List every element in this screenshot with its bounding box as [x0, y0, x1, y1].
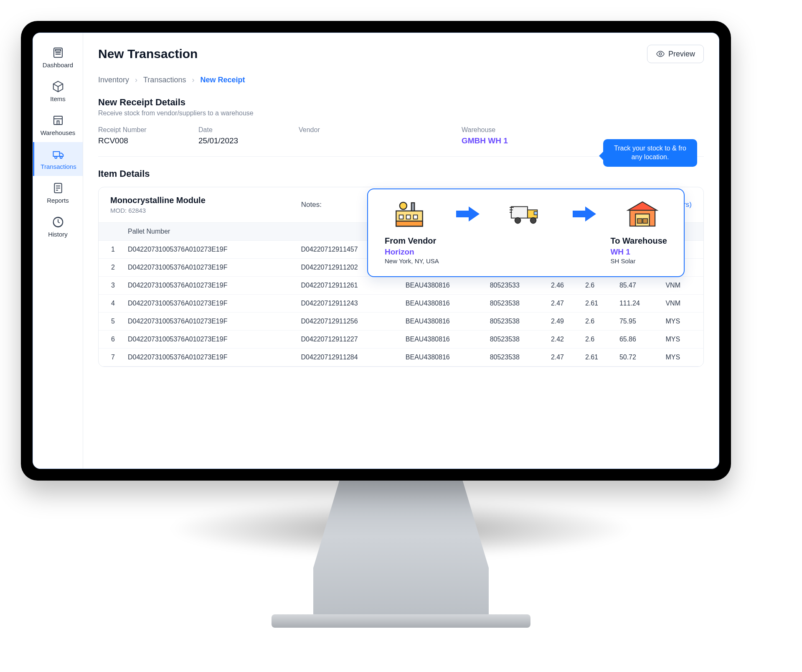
- warehouse-icon: [52, 114, 64, 127]
- app-screen: Dashboard Items Warehouses Transactions …: [33, 33, 719, 469]
- svg-rect-18: [396, 221, 422, 226]
- cell-b: BEAU4380816: [401, 313, 486, 331]
- product-sku: MOD: 62843: [110, 207, 206, 214]
- report-icon: [52, 182, 64, 194]
- svg-rect-23: [411, 203, 414, 211]
- cell-pallet: D04220731005376A010273E19F: [124, 241, 297, 259]
- sidebar-item-reports[interactable]: Reports: [33, 176, 83, 210]
- to-warehouse-name[interactable]: WH 1: [610, 247, 667, 257]
- cell-pallet: D04220731005376A010273E19F: [124, 295, 297, 313]
- from-vendor-name[interactable]: Horizon: [385, 247, 439, 257]
- cell-b: BEAU4380816: [401, 295, 486, 313]
- cell-e: 2.61: [581, 349, 615, 367]
- svg-rect-5: [54, 116, 62, 125]
- sidebar-item-dashboard[interactable]: Dashboard: [33, 41, 83, 74]
- cell-e: 2.6: [581, 277, 615, 295]
- table-row[interactable]: 4D04220731005376A010273E19FD042207129112…: [99, 295, 703, 313]
- cell-origin: MYS: [661, 331, 703, 349]
- preview-button[interactable]: Preview: [647, 45, 704, 63]
- factory-icon: [393, 199, 426, 229]
- cell-n: 2: [99, 259, 124, 277]
- arrow-right-icon: [572, 205, 597, 223]
- cell-c: 80523538: [486, 331, 547, 349]
- chevron-right-icon: ›: [192, 76, 194, 84]
- col-index: [99, 223, 124, 241]
- cell-n: 1: [99, 241, 124, 259]
- cell-e: 2.6: [581, 313, 615, 331]
- crumb-transactions[interactable]: Transactions: [143, 76, 186, 84]
- svg-marker-32: [628, 202, 657, 210]
- sidebar-item-label: Transactions: [41, 163, 76, 170]
- svg-point-22: [400, 202, 407, 209]
- info-tooltip: Track your stock to & fro any location.: [603, 139, 697, 167]
- crumb-inventory[interactable]: Inventory: [98, 76, 129, 84]
- cell-n: 6: [99, 331, 124, 349]
- item-details-title: Item Details: [98, 168, 704, 179]
- cell-a: D04220712911284: [297, 349, 401, 367]
- cell-lc: 85.47: [615, 277, 662, 295]
- sidebar-item-warehouses[interactable]: Warehouses: [33, 108, 83, 142]
- product-name: Monocrystalline Module: [110, 196, 206, 205]
- from-vendor-label: From Vendor: [385, 236, 439, 246]
- table-row[interactable]: 5D04220731005376A010273E19FD042207129112…: [99, 313, 703, 331]
- main-content: New Transaction Preview Inventory › Tran…: [83, 33, 719, 468]
- table-row[interactable]: 3D04220731005376A010273E19FD042207129112…: [99, 277, 703, 295]
- cell-b: BEAU4380816: [401, 331, 486, 349]
- cell-pallet: D04220731005376A010273E19F: [124, 277, 297, 295]
- page-title: New Transaction: [98, 47, 198, 61]
- vendor-label: Vendor: [299, 126, 437, 134]
- svg-point-28: [530, 218, 536, 224]
- sidebar-item-label: History: [48, 231, 68, 238]
- sidebar-item-label: Items: [50, 95, 66, 102]
- eye-icon: [656, 49, 665, 59]
- receipt-number-value: RCV008: [98, 136, 173, 145]
- cell-c: 80523538: [486, 313, 547, 331]
- dashboard-icon: [52, 46, 64, 59]
- sidebar: Dashboard Items Warehouses Transactions …: [33, 33, 83, 468]
- sidebar-item-items[interactable]: Items: [33, 74, 83, 108]
- svg-point-16: [659, 53, 662, 55]
- section-title: New Receipt Details: [98, 97, 704, 108]
- cell-origin: MYS: [661, 349, 703, 367]
- sidebar-item-label: Warehouses: [41, 129, 76, 136]
- warehouse-label: Warehouse: [462, 126, 537, 134]
- sidebar-item-history[interactable]: History: [33, 210, 83, 244]
- table-row[interactable]: 6D04220731005376A010273E19FD042207129112…: [99, 331, 703, 349]
- warehouse-building-icon: [626, 199, 659, 229]
- cell-pallet: D04220731005376A010273E19F: [124, 259, 297, 277]
- cell-origin: VNM: [661, 295, 703, 313]
- box-icon: [52, 80, 64, 93]
- table-row[interactable]: 7D04220731005376A010273E19FD042207129112…: [99, 349, 703, 367]
- svg-point-10: [60, 156, 62, 158]
- from-vendor-location: New York, NY, USA: [385, 257, 439, 265]
- cell-lc: 65.86: [615, 331, 662, 349]
- vendor-value: [299, 136, 437, 145]
- cell-b: BEAU4380816: [401, 277, 486, 295]
- warehouse-value[interactable]: GMBH WH 1: [462, 136, 537, 145]
- cell-a: D04220712911227: [297, 331, 401, 349]
- arrow-right-icon: [455, 205, 480, 223]
- cell-a: D04220712911261: [297, 277, 401, 295]
- cell-c: 80523538: [486, 295, 547, 313]
- cell-pallet: D04220731005376A010273E19F: [124, 349, 297, 367]
- cell-c: 80523533: [486, 277, 547, 295]
- cell-e: 2.61: [581, 295, 615, 313]
- cell-c: 80523538: [486, 349, 547, 367]
- svg-rect-8: [53, 152, 60, 156]
- cell-n: 7: [99, 349, 124, 367]
- col-pallet: Pallet Number: [124, 223, 297, 241]
- history-icon: [52, 216, 64, 228]
- date-label: Date: [198, 126, 274, 134]
- cell-pallet: D04220731005376A010273E19F: [124, 313, 297, 331]
- svg-point-27: [515, 218, 521, 224]
- svg-rect-26: [534, 211, 538, 215]
- cell-pallet: D04220731005376A010273E19F: [124, 331, 297, 349]
- date-value: 25/01/2023: [198, 136, 274, 145]
- cell-d: 2.46: [547, 277, 581, 295]
- svg-rect-1: [55, 50, 61, 51]
- cell-a: D04220712911256: [297, 313, 401, 331]
- sidebar-item-transactions[interactable]: Transactions: [33, 142, 83, 176]
- receipt-number-label: Receipt Number: [98, 126, 173, 134]
- svg-rect-35: [637, 219, 642, 223]
- cell-d: 2.47: [547, 295, 581, 313]
